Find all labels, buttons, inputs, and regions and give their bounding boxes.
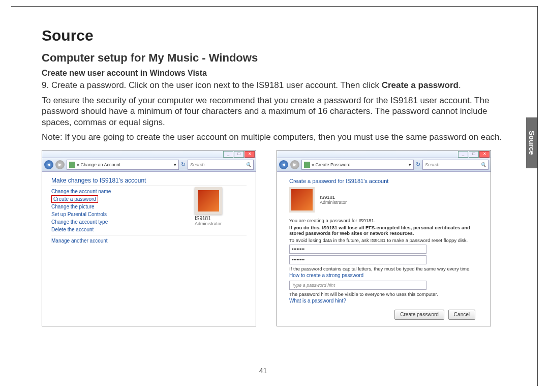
info-line-1: You are creating a password for IS9181.: [289, 218, 478, 223]
info-line-3: To avoid losing data in the future, ask …: [289, 237, 478, 243]
avatar: [195, 187, 222, 215]
maximize-icon[interactable]: □: [469, 151, 479, 158]
hint-field[interactable]: Type a password hint: [289, 281, 426, 290]
search-placeholder: Search: [425, 162, 440, 167]
side-tab-label: Source: [528, 131, 536, 155]
window-titlebar: _ □ ✕: [42, 150, 256, 158]
step-text: 9. Create a password. Click on the user …: [42, 80, 382, 90]
refresh-icon[interactable]: ↻: [181, 161, 186, 168]
step-bold: Create a password: [382, 80, 459, 90]
search-placeholder: Search: [190, 162, 205, 167]
password-field-2[interactable]: ••••••••: [289, 255, 426, 264]
hint-placeholder: Type a password hint: [292, 283, 335, 288]
maximize-icon[interactable]: □: [234, 151, 244, 158]
back-icon[interactable]: ◄: [44, 160, 53, 169]
step-paragraph: 9. Create a password. Click on the user …: [42, 80, 512, 91]
create-password-button[interactable]: Create password: [394, 310, 444, 320]
address-bar[interactable]: « Create Password▾: [301, 160, 414, 170]
link-what-is-hint[interactable]: What is a password hint?: [289, 297, 478, 305]
close-icon[interactable]: ✕: [245, 151, 255, 158]
account-heading: Make changes to IS9181's account: [51, 177, 247, 184]
avatar: [289, 187, 315, 213]
breadcrumb-text: « Change an Account: [77, 162, 120, 167]
page-subtitle: Computer setup for My Music - Windows: [42, 51, 512, 65]
search-input[interactable]: Search🔍: [422, 160, 489, 170]
back-icon[interactable]: ◄: [279, 160, 288, 169]
password-mask: ••••••••: [292, 247, 304, 252]
window-titlebar: _ □ ✕: [277, 150, 491, 158]
account-role: Administrator: [320, 200, 347, 205]
body-paragraph-2: Note: If you are going to create the use…: [42, 132, 512, 143]
search-input[interactable]: Search🔍: [188, 160, 254, 170]
link-create-password[interactable]: Create a password: [51, 195, 98, 203]
link-manage-another[interactable]: Manage another account: [51, 237, 247, 245]
account-name: IS9181: [195, 216, 251, 221]
account-role: Administrator: [195, 221, 251, 226]
page-number: 41: [11, 367, 515, 375]
hint-help: The password hint will be visible to eve…: [289, 291, 478, 297]
address-bar[interactable]: « Change an Account▾: [67, 160, 179, 170]
close-icon[interactable]: ✕: [479, 151, 490, 158]
window-nav: ◄ ► « Change an Account▾ ↻ Search🔍: [42, 158, 256, 172]
page-title: Source: [42, 27, 512, 44]
side-tab: Source: [526, 117, 537, 168]
section-heading: Create new user account in Windows Vista: [42, 69, 512, 78]
caps-help: If the password contains capital letters…: [289, 266, 478, 272]
link-delete-account[interactable]: Delete the account: [51, 226, 247, 233]
screenshot-change-account: _ □ ✕ ◄ ► « Change an Account▾ ↻ Search🔍…: [42, 150, 256, 326]
password-field-1[interactable]: ••••••••: [289, 245, 426, 254]
create-pw-heading: Create a password for IS9181's account: [289, 178, 478, 184]
page-content: Source Computer setup for My Music - Win…: [11, 7, 537, 326]
step-period: .: [459, 80, 461, 90]
cancel-button[interactable]: Cancel: [448, 310, 475, 320]
forward-icon[interactable]: ►: [55, 160, 65, 169]
account-name: IS9181: [320, 194, 347, 200]
forward-icon[interactable]: ►: [290, 160, 299, 169]
password-mask: ••••••••: [292, 257, 304, 262]
window-nav: ◄ ► « Create Password▾ ↻ Search🔍: [277, 158, 491, 172]
control-panel-icon: [69, 162, 75, 168]
minimize-icon[interactable]: _: [458, 151, 468, 158]
link-strong-password[interactable]: How to create a strong password: [289, 272, 478, 279]
breadcrumb-text: « Create Password: [312, 162, 351, 167]
body-paragraph-1: To ensure the security of your computer …: [42, 95, 512, 128]
account-card: IS9181 Administrator: [195, 187, 251, 226]
minimize-icon[interactable]: _: [223, 151, 233, 158]
control-panel-icon: [304, 162, 310, 168]
refresh-icon[interactable]: ↻: [416, 161, 420, 168]
screenshot-create-password: _ □ ✕ ◄ ► « Create Password▾ ↻ Search🔍 C…: [277, 150, 491, 326]
info-line-2: If you do this, IS9181 will lose all EFS…: [289, 225, 478, 236]
